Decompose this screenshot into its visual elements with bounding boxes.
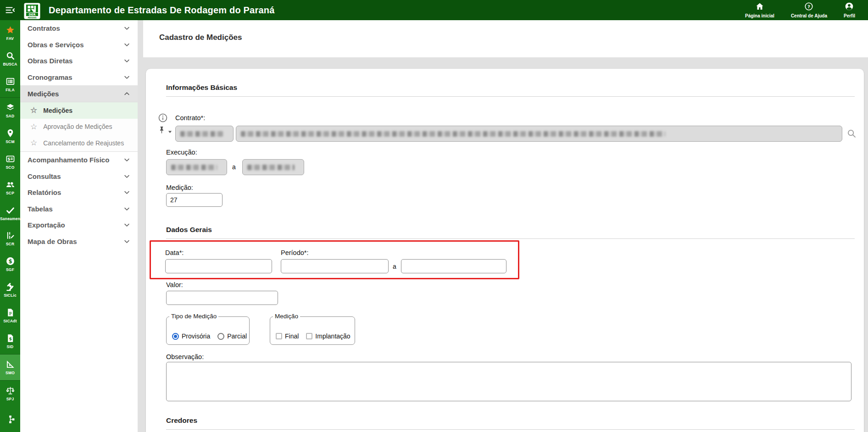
checkbox-icon[interactable] [276,333,282,339]
der-parana-logo: DERPARANÁ [24,3,40,19]
sidebar-subitem-medicoes[interactable]: ☆Medições [20,102,138,119]
sidebar-item-mapa-de-obras[interactable]: Mapa de Obras [20,233,138,250]
rail-item-saneamento[interactable]: Saneamen [0,200,20,226]
sidebar-subitem-cancelamento-de-reajustes[interactable]: ☆Cancelamento de Reajustes [20,135,138,151]
favorite-star-icon[interactable]: ☆ [30,123,37,131]
rail-item-sco[interactable]: $SCO [0,149,20,175]
chevron-down-icon [123,74,130,81]
svg-text:PARANÁ: PARANÁ [28,17,37,19]
sidebar-subitem-aprovacao-de-medicoes[interactable]: ☆Aprovação de Medições [20,119,138,135]
rail-item-scm[interactable]: SCM [0,123,20,149]
chevron-down-icon [123,238,130,245]
nav-central-de-ajuda[interactable]: ?Central de Ajuda [791,2,827,18]
pin-dropdown[interactable] [157,126,172,136]
list-icon [6,77,15,86]
execucao-inicio-field[interactable] [166,159,227,175]
contrato-search-icon[interactable] [846,128,857,138]
tipo-medicao-fieldset: Tipo de Medição ProvisóriaParcial [166,316,250,345]
chevron-down-icon [123,25,130,32]
rail-item-scr[interactable]: SCR [0,226,20,252]
rail-item-fila[interactable]: FILA [0,72,20,97]
tipo-medicao-options: ProvisóriaParcial [172,332,247,340]
rail-item-smo[interactable]: SMO [0,354,20,380]
layers-icon [6,103,15,112]
radio-option-parcial[interactable]: Parcial [217,332,247,340]
section-credores: Credores [166,416,855,430]
sidebar-item-relatorios[interactable]: Relatórios [20,184,138,201]
money-icon: $ [6,154,15,164]
observacao-label: Observação: [166,353,204,360]
doc-dollar-icon: $ [6,333,15,343]
rail-item-fav[interactable]: FAV [0,20,20,46]
search-icon [6,51,15,61]
rail-item-sad[interactable]: SAD [0,98,20,123]
periodo-fim-input[interactable] [401,259,506,273]
help-icon: ? [804,2,813,13]
nav-pagina-inicial[interactable]: Página inicial [745,2,774,18]
sidebar-item-cronogramas[interactable]: Cronogramas [20,69,138,86]
sidebar-item-exportacao[interactable]: Exportação [20,217,138,233]
header-nav: Página inicial?Central de AjudaPerfil [745,2,855,18]
data-label: Data*: [165,249,184,256]
menu-toggle-icon[interactable] [5,4,17,16]
favorite-star-icon[interactable]: ☆ [30,139,37,147]
rail-item-scp[interactable]: SCP [0,175,20,200]
rail-item-busca[interactable]: BUSCA [0,46,20,72]
people-icon [6,180,15,189]
rail-item-siclic[interactable]: SICLic [0,277,20,303]
rail-item-org[interactable] [0,406,20,432]
page-title: Cadastro de Medições [159,33,242,42]
execucao-fim-field[interactable] [242,159,304,175]
check-icon [6,205,15,215]
info-icon[interactable] [158,113,168,123]
sidebar-item-obras-diretas[interactable]: Obras Diretas [20,53,138,69]
chevron-down-icon [123,57,130,64]
sidebar-item-consultas[interactable]: Consultas [20,168,138,184]
contrato-descricao-field[interactable] [236,126,842,142]
radio-option-provisoria[interactable]: Provisória [172,332,210,340]
checkbox-option-final[interactable]: Final [276,332,299,340]
chevron-down-icon [123,156,130,163]
rail-item-sicadt[interactable]: SICAdt [0,303,20,328]
section-dados-gerais: Dados Gerais [166,226,855,239]
submenu-medicoes: ☆Medições☆Aprovação de Medições☆Cancelam… [20,102,138,152]
medicao-numero-label: Medição: [166,184,193,191]
redacted-contract-description [241,131,665,137]
svg-text:$: $ [7,156,10,161]
list-edit-icon [6,231,15,240]
title-strip: Cadastro de Medições [143,20,868,57]
pushpin-icon [157,126,166,136]
redacted-execucao-inicio [171,165,217,170]
valor-input[interactable] [166,291,278,305]
radio-icon[interactable] [172,333,179,340]
rail-item-sid[interactable]: $SID [0,328,20,354]
medicao-numero-input[interactable] [166,193,223,207]
sidebar-item-acompanhamento-fisico[interactable]: Acompanhamento Físico [20,152,138,168]
checkbox-option-implantacao[interactable]: Implantação [306,332,350,340]
rail-item-spj[interactable]: SPJ [0,381,20,406]
checkbox-icon[interactable] [306,333,312,339]
nav-perfil[interactable]: Perfil [844,2,855,18]
home-icon [755,2,764,13]
periodo-inicio-input[interactable] [281,259,389,273]
observacao-textarea[interactable] [166,362,851,401]
sidebar-item-medicoes[interactable]: Medições [20,85,138,102]
chevron-down-icon [123,205,130,212]
sidebar-item-obras-e-servicos[interactable]: Obras e Serviços [20,37,138,53]
periodo-separator: a [393,263,396,270]
rail-item-sgf[interactable]: $SGF [0,251,20,277]
main-content: Cadastro de Medições Informações Básicas… [138,20,868,432]
radio-icon[interactable] [217,333,224,340]
form-card: Informações Básicas Contrato*: Execução:… [146,69,864,432]
sidebar-item-tabelas[interactable]: Tabelas [20,201,138,217]
doc-icon [6,308,15,317]
icon-rail: FAVBUSCAFILASADSCM$SCOSCPSaneamenSCR$SGF… [0,20,20,432]
data-input[interactable] [165,259,272,273]
medicao-flags-fieldset: Medição FinalImplantação [270,316,355,345]
sidebar-item-contratos[interactable]: Contratos [20,20,138,37]
chevron-down-icon [123,173,130,180]
contrato-numero-field[interactable] [175,126,234,142]
redacted-contract-number [180,131,223,137]
svg-text:?: ? [808,4,811,9]
favorite-star-icon[interactable]: ☆ [30,106,37,114]
